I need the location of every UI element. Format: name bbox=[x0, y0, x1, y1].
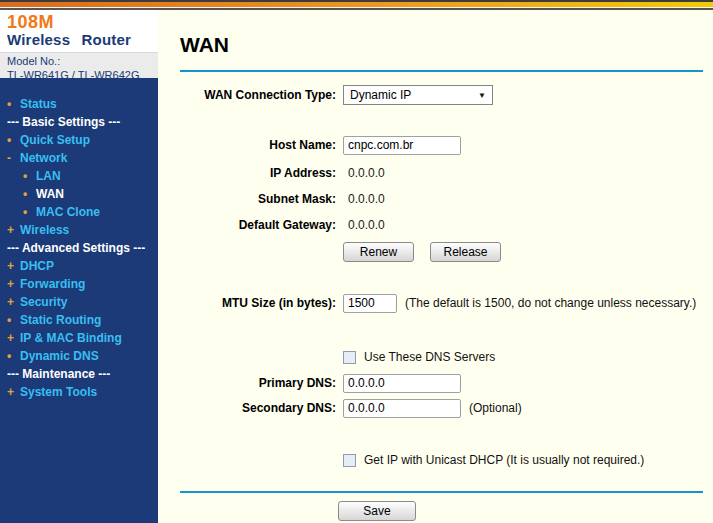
secondary-dns-input[interactable] bbox=[343, 399, 461, 418]
sidebar-item-label: Dynamic DNS bbox=[20, 349, 99, 363]
bullet-icon: • bbox=[23, 169, 36, 183]
brand-speed: 108M bbox=[7, 13, 158, 32]
sidebar-item-dhcp[interactable]: +DHCP bbox=[0, 257, 158, 275]
plus-icon: + bbox=[7, 277, 20, 291]
sidebar-section-advanced-settings: --- Advanced Settings --- bbox=[0, 239, 158, 257]
sidebar-section-label: --- Basic Settings --- bbox=[7, 115, 120, 129]
bottom-divider bbox=[180, 491, 703, 493]
sidebar-item-label: Wireless bbox=[20, 223, 69, 237]
ip-address-label: IP Address: bbox=[158, 166, 336, 180]
subnet-mask-value: 0.0.0.0 bbox=[343, 192, 385, 206]
bullet-icon: • bbox=[23, 187, 36, 201]
sidebar-item-status[interactable]: •Status bbox=[0, 95, 158, 113]
subnet-mask-label: Subnet Mask: bbox=[158, 192, 336, 206]
main-content: WAN WAN Connection Type: Dynamic IP ▼ Ho… bbox=[158, 10, 713, 523]
sidebar-item-lan[interactable]: •LAN bbox=[0, 167, 158, 185]
model-label: Model No.: bbox=[7, 54, 158, 68]
use-dns-checkbox[interactable] bbox=[343, 351, 356, 364]
top-divider bbox=[180, 70, 703, 72]
wan-connection-type-label: WAN Connection Type: bbox=[158, 88, 336, 102]
sidebar-item-label: Security bbox=[20, 295, 67, 309]
renew-release-row: Renew Release bbox=[158, 242, 713, 262]
sidebar-section-basic-settings: --- Basic Settings --- bbox=[0, 113, 158, 131]
sidebar-item-dynamic-dns[interactable]: •Dynamic DNS bbox=[0, 347, 158, 365]
bullet-icon: • bbox=[7, 349, 20, 363]
sidebar-item-mac-clone[interactable]: •MAC Clone bbox=[0, 203, 158, 221]
default-gateway-row: Default Gateway: 0.0.0.0 bbox=[158, 215, 713, 235]
secondary-dns-label: Secondary DNS: bbox=[158, 401, 336, 415]
wan-connection-type-row: WAN Connection Type: Dynamic IP ▼ bbox=[158, 85, 713, 105]
sidebar-item-label: Static Routing bbox=[20, 313, 101, 327]
sidebar-item-security[interactable]: +Security bbox=[0, 293, 158, 311]
unicast-dhcp-row: Get IP with Unicast DHCP (It is usually … bbox=[343, 452, 713, 468]
plus-icon: + bbox=[7, 331, 20, 345]
mtu-label: MTU Size (in bytes): bbox=[158, 296, 336, 310]
sidebar-item-wan[interactable]: •WAN bbox=[0, 185, 158, 203]
chevron-down-icon: ▼ bbox=[478, 91, 486, 100]
ip-address-value: 0.0.0.0 bbox=[343, 166, 385, 180]
mtu-input[interactable] bbox=[343, 294, 397, 313]
sidebar-item-label: System Tools bbox=[20, 385, 97, 399]
bullet-icon: • bbox=[7, 133, 20, 147]
top-gradient-bar bbox=[0, 0, 713, 10]
release-button[interactable]: Release bbox=[430, 242, 501, 262]
save-row: Save bbox=[338, 501, 713, 521]
wan-connection-type-value: Dynamic IP bbox=[350, 88, 411, 102]
minus-icon: - bbox=[7, 151, 20, 165]
page-title: WAN bbox=[180, 33, 713, 57]
sidebar-item-static-routing[interactable]: •Static Routing bbox=[0, 311, 158, 329]
plus-icon: + bbox=[7, 223, 20, 237]
host-name-input[interactable] bbox=[343, 136, 461, 155]
unicast-dhcp-checkbox[interactable] bbox=[343, 454, 356, 467]
sidebar-item-wireless[interactable]: +Wireless bbox=[0, 221, 158, 239]
bullet-icon: • bbox=[23, 205, 36, 219]
brand-logo: 108M Wireless Router Model No.: TL-WR641… bbox=[0, 10, 158, 78]
bullet-icon: • bbox=[7, 97, 20, 111]
bullet-icon: • bbox=[7, 313, 20, 327]
sidebar-item-network[interactable]: -Network bbox=[0, 149, 158, 167]
sidebar: •Status --- Basic Settings --- •Quick Se… bbox=[0, 78, 158, 523]
sidebar-section-maintenance: --- Maintenance --- bbox=[0, 365, 158, 383]
default-gateway-label: Default Gateway: bbox=[158, 218, 336, 232]
plus-icon: + bbox=[7, 295, 20, 309]
sidebar-section-label: --- Advanced Settings --- bbox=[7, 241, 145, 255]
unicast-dhcp-checkbox-label: Get IP with Unicast DHCP (It is usually … bbox=[364, 453, 644, 467]
sidebar-item-ip-mac-binding[interactable]: +IP & MAC Binding bbox=[0, 329, 158, 347]
sidebar-item-label: IP & MAC Binding bbox=[20, 331, 122, 345]
use-dns-row: Use These DNS Servers bbox=[343, 349, 713, 365]
wan-connection-type-select[interactable]: Dynamic IP ▼ bbox=[343, 85, 493, 105]
brand-product: Wireless Router bbox=[7, 32, 158, 48]
mtu-note: (The default is 1500, do not change unle… bbox=[405, 296, 696, 310]
sidebar-section-label: --- Maintenance --- bbox=[7, 367, 110, 381]
sidebar-item-label: Status bbox=[20, 97, 57, 111]
sidebar-item-forwarding[interactable]: +Forwarding bbox=[0, 275, 158, 293]
primary-dns-label: Primary DNS: bbox=[158, 376, 336, 390]
mtu-row: MTU Size (in bytes): (The default is 150… bbox=[158, 293, 713, 313]
subnet-mask-row: Subnet Mask: 0.0.0.0 bbox=[158, 189, 713, 209]
sidebar-item-label: LAN bbox=[36, 169, 61, 183]
sidebar-item-label: DHCP bbox=[20, 259, 54, 273]
sidebar-item-quick-setup[interactable]: •Quick Setup bbox=[0, 131, 158, 149]
default-gateway-value: 0.0.0.0 bbox=[343, 218, 385, 232]
plus-icon: + bbox=[7, 385, 20, 399]
save-button[interactable]: Save bbox=[338, 501, 416, 521]
host-name-row: Host Name: bbox=[158, 135, 713, 155]
use-dns-checkbox-label: Use These DNS Servers bbox=[364, 350, 495, 364]
sidebar-item-label: Network bbox=[20, 151, 67, 165]
primary-dns-input[interactable] bbox=[343, 374, 461, 393]
sidebar-item-system-tools[interactable]: +System Tools bbox=[0, 383, 158, 401]
secondary-dns-note: (Optional) bbox=[469, 401, 522, 415]
secondary-dns-row: Secondary DNS: (Optional) bbox=[158, 398, 713, 418]
renew-button[interactable]: Renew bbox=[343, 242, 414, 262]
sidebar-item-label: Forwarding bbox=[20, 277, 85, 291]
ip-address-row: IP Address: 0.0.0.0 bbox=[158, 163, 713, 183]
host-name-label: Host Name: bbox=[158, 138, 336, 152]
sidebar-item-label: WAN bbox=[36, 187, 64, 201]
sidebar-item-label: MAC Clone bbox=[36, 205, 100, 219]
sidebar-item-label: Quick Setup bbox=[20, 133, 90, 147]
plus-icon: + bbox=[7, 259, 20, 273]
primary-dns-row: Primary DNS: bbox=[158, 373, 713, 393]
